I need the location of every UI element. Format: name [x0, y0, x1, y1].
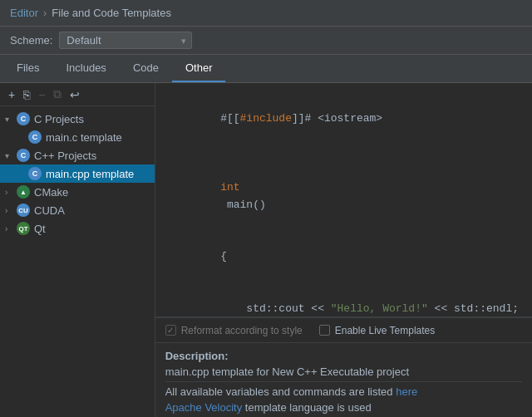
- code-line-1: #[[#include]]# <iostream>: [169, 93, 519, 145]
- description-main: main.cpp template for New C++ Executable…: [165, 365, 522, 378]
- label-cpp-projects: C++ Projects: [34, 150, 96, 162]
- description-title: Description:: [165, 350, 522, 362]
- live-templates-check[interactable]: Enable Live Templates: [319, 325, 436, 336]
- scheme-select[interactable]: Default: [59, 32, 192, 49]
- label-main-cpp: main.cpp template: [46, 168, 134, 180]
- description-area: Description: main.cpp template for New C…: [155, 342, 532, 417]
- description-variables: All available variables and commands are…: [165, 385, 522, 398]
- breadcrumb: Editor › File and Code Templates: [0, 0, 532, 27]
- icon-main-cpp: C: [28, 167, 42, 180]
- breadcrumb-separator: ›: [43, 7, 47, 19]
- description-separator: [165, 381, 522, 382]
- icon-qt: QT: [17, 222, 30, 235]
- velocity-text: Apache Velocity: [165, 401, 243, 414]
- chevron-cuda: ›: [5, 206, 17, 215]
- right-panel: #[[#include]]# <iostream> int main() { s…: [155, 83, 532, 417]
- icon-c-projects: C: [17, 112, 30, 125]
- code-editor[interactable]: #[[#include]]# <iostream> int main() { s…: [155, 83, 532, 317]
- description-velocity: Apache Velocity template language is use…: [165, 401, 522, 414]
- icon-cuda: CU: [17, 204, 30, 217]
- main-content: + ⎘ − ⧉ ↩ ▾ C C Projects C main.c templa…: [0, 83, 532, 417]
- tree-item-c-projects[interactable]: ▾ C C Projects: [0, 110, 155, 128]
- undo-button[interactable]: ↩: [66, 86, 83, 103]
- reformat-check[interactable]: ✓ Reformat according to style: [165, 325, 303, 336]
- code-line-3: int main(): [169, 162, 519, 231]
- icon-cmake: ▲: [17, 185, 30, 199]
- tab-files[interactable]: Files: [3, 55, 52, 82]
- code-line-2: [169, 145, 519, 162]
- live-templates-label: Enable Live Templates: [335, 325, 436, 336]
- duplicate-button[interactable]: ⧉: [50, 86, 65, 103]
- reformat-label: Reformat according to style: [181, 325, 303, 336]
- add-button[interactable]: +: [5, 86, 18, 103]
- scheme-select-wrapper[interactable]: Default: [59, 32, 192, 49]
- breadcrumb-title: File and Code Templates: [52, 7, 171, 19]
- breadcrumb-editor[interactable]: Editor: [10, 7, 38, 19]
- icon-main-c: C: [28, 130, 42, 144]
- label-c-projects: C Projects: [34, 113, 84, 125]
- tree-item-main-cpp[interactable]: C main.cpp template: [0, 164, 155, 183]
- velocity-suffix: template language is used: [245, 401, 372, 414]
- tree-item-qt[interactable]: › QT Qt: [0, 219, 155, 238]
- tab-code[interactable]: Code: [120, 55, 172, 82]
- tree-item-cuda[interactable]: › CU CUDA: [0, 201, 155, 219]
- reformat-checkbox[interactable]: ✓: [165, 325, 176, 336]
- copy-button[interactable]: ⎘: [20, 86, 33, 103]
- label-qt: Qt: [34, 223, 46, 235]
- sidebar: + ⎘ − ⧉ ↩ ▾ C C Projects C main.c templa…: [0, 83, 155, 417]
- tree-item-main-c[interactable]: C main.c template: [0, 128, 155, 146]
- label-cuda: CUDA: [34, 204, 65, 217]
- remove-button[interactable]: −: [35, 86, 48, 103]
- tab-includes[interactable]: Includes: [52, 55, 119, 82]
- label-main-c: main.c template: [46, 131, 122, 144]
- chevron-cmake: ›: [5, 188, 17, 197]
- here-link[interactable]: here: [396, 385, 417, 398]
- chevron-cpp-projects: ▾: [5, 151, 17, 160]
- code-line-4: {: [169, 231, 519, 282]
- variables-text: All available variables and commands are…: [165, 385, 393, 398]
- chevron-c-projects: ▾: [5, 115, 17, 124]
- tabs-row: Files Includes Code Other: [0, 55, 532, 83]
- code-line-5: std::cout << "Hello, World!" << std::end…: [169, 283, 519, 317]
- tree-item-cpp-projects[interactable]: ▾ C C++ Projects: [0, 146, 155, 164]
- bottom-bar: ✓ Reformat according to style Enable Liv…: [155, 317, 532, 342]
- icon-cpp-projects: C: [17, 149, 30, 162]
- tree-item-cmake[interactable]: › ▲ CMake: [0, 183, 155, 201]
- label-cmake: CMake: [34, 186, 68, 199]
- file-tree: ▾ C C Projects C main.c template ▾ C C++…: [0, 106, 155, 417]
- tree-toolbar: + ⎘ − ⧉ ↩: [0, 83, 155, 106]
- tab-other[interactable]: Other: [172, 55, 226, 82]
- scheme-row: Scheme: Default: [0, 27, 532, 55]
- live-templates-checkbox[interactable]: [319, 325, 330, 336]
- chevron-qt: ›: [5, 224, 17, 233]
- scheme-label: Scheme:: [10, 34, 52, 47]
